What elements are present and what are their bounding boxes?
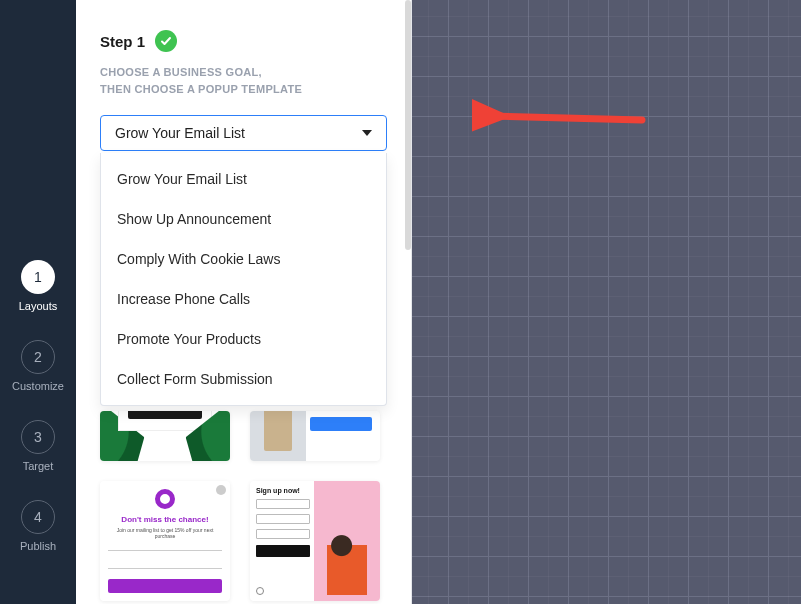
- step-number: 1: [34, 269, 42, 285]
- caret-down-icon: [362, 130, 372, 136]
- template-card[interactable]: Don't miss the chance! Join our mailing …: [100, 481, 230, 601]
- template-card[interactable]: [100, 411, 230, 461]
- goal-option-grow-email[interactable]: Grow Your Email List: [101, 159, 386, 199]
- sidebar-step-label: Target: [23, 460, 54, 472]
- close-icon: [216, 485, 226, 495]
- subhead-line: CHOOSE A BUSINESS GOAL,: [100, 66, 262, 78]
- sidebar-step-label: Customize: [12, 380, 64, 392]
- step-number: 3: [34, 429, 42, 445]
- goal-option-phone-calls[interactable]: Increase Phone Calls: [101, 279, 386, 319]
- sidebar-step-layouts[interactable]: 1: [21, 260, 55, 294]
- goal-option-form-submission[interactable]: Collect Form Submission: [101, 359, 386, 399]
- template-sub: Join our mailing list to get 15% off you…: [108, 527, 222, 539]
- canvas-grid: [412, 0, 801, 604]
- step-header: Step 1: [100, 30, 387, 52]
- check-icon: [155, 30, 177, 52]
- sidebar-step-target[interactable]: 3: [21, 420, 55, 454]
- step-number: 2: [34, 349, 42, 365]
- subhead-line: THEN CHOOSE A POPUP TEMPLATE: [100, 83, 302, 95]
- logo-icon: [155, 489, 175, 509]
- sidebar-step-label: Publish: [20, 540, 56, 552]
- goal-option-cookie-laws[interactable]: Comply With Cookie Laws: [101, 239, 386, 279]
- template-card[interactable]: [250, 411, 380, 461]
- template-card[interactable]: Sign up now!: [250, 481, 380, 601]
- goal-dropdown-selected: Grow Your Email List: [115, 125, 245, 141]
- panel-scrollbar[interactable]: [405, 0, 411, 250]
- goal-option-promote-products[interactable]: Promote Your Products: [101, 319, 386, 359]
- goal-dropdown: Grow Your Email List Grow Your Email Lis…: [100, 115, 387, 151]
- editor-canvas[interactable]: [412, 0, 801, 604]
- sidebar-step-label: Layouts: [19, 300, 58, 312]
- template-heading: Sign up now!: [256, 487, 310, 494]
- goal-option-announcement[interactable]: Show Up Announcement: [101, 199, 386, 239]
- sidebar-step-publish[interactable]: 4: [21, 500, 55, 534]
- sidebar-step-customize[interactable]: 2: [21, 340, 55, 374]
- step-subhead: CHOOSE A BUSINESS GOAL, THEN CHOOSE A PO…: [100, 64, 387, 97]
- goal-dropdown-trigger[interactable]: Grow Your Email List: [100, 115, 387, 151]
- template-heading: Don't miss the chance!: [100, 515, 230, 524]
- config-panel: Step 1 CHOOSE A BUSINESS GOAL, THEN CHOO…: [76, 0, 412, 604]
- goal-dropdown-menu: Grow Your Email List Show Up Announcemen…: [100, 153, 387, 406]
- step-number: 4: [34, 509, 42, 525]
- step-title: Step 1: [100, 33, 145, 50]
- wizard-sidebar: 1 Layouts 2 Customize 3 Target 4 Publish: [0, 0, 76, 604]
